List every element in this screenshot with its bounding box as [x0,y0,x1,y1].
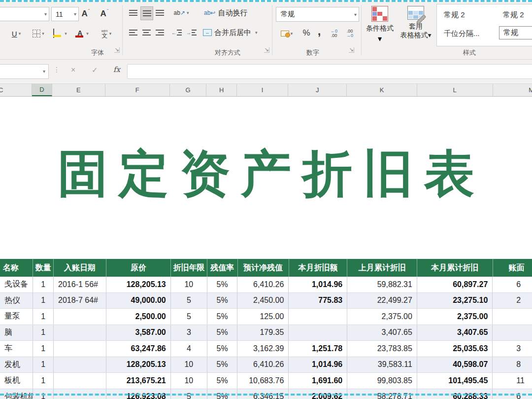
decrease-decimal-button[interactable]: .00 →0 [343,27,357,40]
table-cell[interactable]: 10 [171,357,207,373]
chevron-down-icon[interactable]: ▾ [42,31,44,36]
table-cell[interactable]: 49,000.00 [106,293,171,309]
table-cell[interactable]: 3,587.00 [106,325,171,341]
alignment-dialog-launcher[interactable]: ↘ [264,47,269,53]
table-cell[interactable]: 1 [33,277,54,292]
table-cell[interactable]: 5% [207,325,237,341]
table-cell[interactable]: 3 [493,341,532,357]
table-cell[interactable]: 5% [207,277,237,292]
accounting-format-button[interactable]: ▾ [277,27,297,40]
chevron-down-icon[interactable]: ▾ [428,31,431,39]
table-header-cell[interactable]: 本月累计折旧 [417,259,493,277]
shrink-font-button[interactable]: A ˇ [97,7,112,21]
table-cell[interactable]: 39,583.11 [347,357,417,373]
table-cell[interactable]: 2,375.00 [347,309,417,325]
insert-function-icon[interactable]: fx [113,65,120,74]
column-header-C[interactable]: C [0,84,32,96]
table-cell[interactable]: 1,014.96 [289,357,347,373]
table-cell[interactable]: 2 [493,293,532,309]
table-cell[interactable]: 5 [171,293,207,309]
table-cell[interactable]: 5% [207,357,237,373]
table-cell[interactable] [54,309,106,325]
column-header-M[interactable]: M [493,84,532,96]
chevron-down-icon[interactable]: ▾ [291,31,293,36]
table-cell[interactable]: 2,450.00 [237,293,289,309]
table-header-cell[interactable]: 入账日期 [54,259,106,277]
table-cell[interactable]: 11 [493,373,532,389]
table-cell[interactable]: 热仪 [0,293,33,309]
table-cell[interactable]: 128,205.13 [106,357,171,373]
table-cell[interactable]: 22,499.27 [347,293,417,309]
table-cell[interactable]: 5% [207,373,237,389]
cancel-icon[interactable]: × [71,66,75,74]
phonetic-guide-button[interactable]: wén 文 ▾ [96,27,117,40]
chevron-down-icon[interactable]: ▾ [109,31,112,36]
table-header-cell[interactable]: 数量 [33,259,54,277]
number-dialog-launcher[interactable]: ↘ [349,47,354,53]
table-header-cell[interactable]: 预计净残值 [238,259,289,277]
column-header-I[interactable]: I [237,84,288,96]
increase-indent-button[interactable]: → [185,26,197,39]
table-cell[interactable]: 量泵 [0,309,33,325]
table-cell[interactable]: 5% [207,309,237,325]
table-cell[interactable]: 775.83 [289,293,347,309]
column-header-J[interactable]: J [288,84,347,96]
chevron-down-icon[interactable]: ▾ [44,11,47,17]
table-cell[interactable]: 3 [171,325,207,341]
table-cell[interactable]: 128,205.13 [106,277,171,292]
table-cell[interactable]: 1 [33,325,54,341]
table-header-cell[interactable]: 折旧年限 [171,259,207,277]
align-right-button[interactable] [154,26,166,39]
table-cell[interactable] [493,309,532,325]
comma-style-button[interactable]: , [314,24,324,38]
table-cell[interactable]: 5 [171,309,207,325]
fill-color-button[interactable]: ▾ [50,27,70,40]
table-header-cell[interactable]: 本月折旧额 [289,259,348,277]
table-cell[interactable]: 1,251.78 [289,341,347,357]
chevron-down-icon[interactable]: ▾ [354,12,357,17]
table-cell[interactable]: 板机 [0,373,33,389]
column-header-H[interactable]: H [206,84,237,96]
table-cell[interactable]: 戋设备 [0,277,33,292]
chevron-down-icon[interactable]: ▾ [74,11,76,17]
column-header-E[interactable]: E [52,84,105,96]
table-cell[interactable]: 99,803.85 [347,373,417,389]
table-cell[interactable]: 6 [493,277,532,292]
table-cell[interactable]: 车 [0,341,33,357]
table-cell[interactable]: 6,410.26 [237,357,289,373]
table-cell[interactable] [54,373,106,389]
column-header-L[interactable]: L [417,84,493,96]
table-cell[interactable]: 10 [171,277,207,292]
table-cell[interactable]: 2,500.00 [106,309,171,325]
increase-decimal-button[interactable]: ←0 .00 [327,27,341,40]
table-cell[interactable]: 25,035.63 [417,341,493,357]
formula-input[interactable] [127,64,532,79]
table-cell[interactable]: 213,675.21 [106,373,171,389]
table-cell[interactable]: 23,275.10 [417,293,493,309]
table-cell[interactable]: 4 [171,341,207,357]
borders-button[interactable]: ▾ [29,27,48,40]
table-cell[interactable]: 1 [33,293,54,309]
chevron-down-icon[interactable]: ▾ [19,31,21,36]
table-cell[interactable]: 40,598.07 [417,357,493,373]
table-cell[interactable]: 5% [207,341,237,357]
table-cell[interactable]: 59,882.31 [347,277,417,292]
table-cell[interactable]: 101,495.45 [417,373,493,389]
align-top-button[interactable] [127,6,139,19]
decrease-indent-button[interactable]: ← [170,26,182,39]
conditional-formatting-button[interactable]: 条件格式 ▾ [365,6,395,43]
chevron-down-icon[interactable]: ▾ [378,34,382,43]
align-center-button[interactable] [140,26,152,39]
table-cell[interactable] [54,325,106,341]
table-cell[interactable]: 发机 [0,357,33,373]
table-cell[interactable]: 1 [33,341,54,357]
table-cell[interactable] [54,341,106,357]
grow-font-button[interactable]: A ˆ [78,7,94,21]
chevron-down-icon[interactable]: ▾ [86,31,89,36]
chevron-down-icon[interactable]: ▾ [43,69,45,74]
align-middle-button[interactable] [140,6,153,20]
table-cell[interactable]: 179.35 [237,325,289,341]
font-name-combo[interactable]: ▾ [0,7,49,21]
column-header-D[interactable]: D [32,84,53,96]
align-bottom-button[interactable] [154,6,166,19]
